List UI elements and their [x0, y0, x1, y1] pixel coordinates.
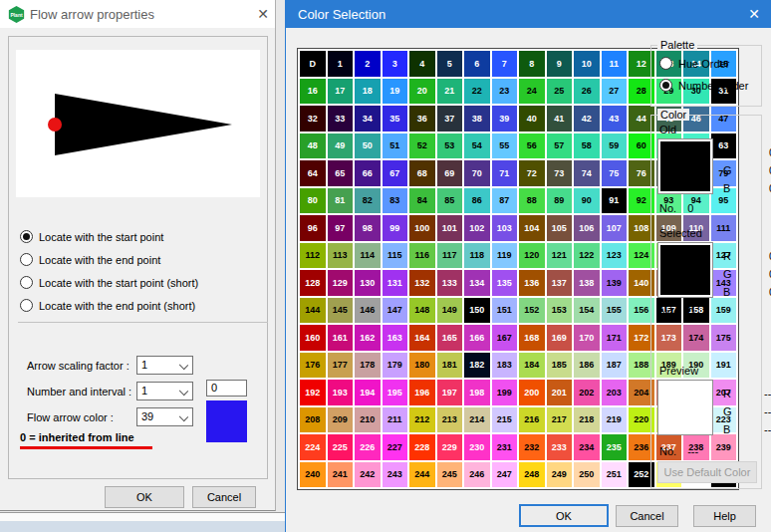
color-cell-194[interactable]: 194: [355, 380, 381, 405]
color-cell-102[interactable]: 102: [464, 215, 490, 241]
color-cell-101[interactable]: 101: [437, 215, 463, 241]
flow-arrow-color-combo[interactable]: 39: [136, 407, 193, 426]
color-cell-113[interactable]: 113: [328, 243, 354, 269]
color-cell-135[interactable]: 135: [492, 270, 518, 296]
color-cell-250[interactable]: 250: [574, 462, 600, 488]
color-cell-145[interactable]: 145: [328, 298, 354, 324]
color-cell-81[interactable]: 81: [328, 188, 354, 214]
radio-button-icon[interactable]: [659, 79, 672, 92]
color-cell-83[interactable]: 83: [383, 188, 408, 214]
color-cell-24[interactable]: 24: [519, 79, 545, 105]
color-cell-34[interactable]: 34: [355, 106, 381, 132]
color-cell-91[interactable]: 91: [602, 188, 628, 214]
color-cell-59[interactable]: 59: [602, 133, 628, 159]
interval-input[interactable]: 0: [206, 380, 247, 397]
color-cell-233[interactable]: 233: [547, 434, 573, 460]
color-cell-131[interactable]: 131: [383, 270, 408, 296]
color-cell-112[interactable]: 112: [300, 243, 326, 269]
color-cell-22[interactable]: 22: [464, 79, 490, 105]
color-cell-211[interactable]: 211: [383, 407, 408, 433]
color-cell-69[interactable]: 69: [437, 160, 463, 186]
color-cell-196[interactable]: 196: [409, 380, 435, 405]
radio-locate-end[interactable]: Locate with the end point: [20, 253, 249, 268]
color-cell-107[interactable]: 107: [602, 215, 628, 241]
color-cell-42[interactable]: 42: [574, 106, 600, 132]
color-cell-19[interactable]: 19: [383, 79, 408, 105]
color-cell-144[interactable]: 144: [300, 298, 326, 324]
color-cell-5[interactable]: 5: [437, 51, 463, 77]
color-cell-245[interactable]: 245: [437, 462, 463, 488]
ok-button[interactable]: OK: [519, 504, 609, 527]
color-cell-118[interactable]: 118: [464, 243, 490, 269]
color-cell-9[interactable]: 9: [547, 51, 573, 77]
color-cell-54[interactable]: 54: [464, 133, 490, 159]
color-selection-titlebar[interactable]: Color Selection ✕: [286, 0, 771, 28]
color-cell-65[interactable]: 65: [328, 160, 354, 186]
color-cell-128[interactable]: 128: [300, 270, 326, 296]
color-cell-176[interactable]: 176: [300, 353, 326, 379]
color-cell-106[interactable]: 106: [574, 215, 600, 241]
radio-button-icon[interactable]: [20, 253, 33, 266]
color-cell-163[interactable]: 163: [383, 325, 408, 351]
color-cell-89[interactable]: 89: [547, 188, 573, 214]
color-cell-104[interactable]: 104: [519, 215, 545, 241]
color-cell-27[interactable]: 27: [602, 79, 628, 105]
color-cell-138[interactable]: 138: [574, 270, 600, 296]
color-cell-98[interactable]: 98: [355, 215, 381, 241]
color-cell-160[interactable]: 160: [300, 325, 326, 351]
color-cell-53[interactable]: 53: [437, 133, 463, 159]
color-cell-74[interactable]: 74: [574, 160, 600, 186]
color-cell-49[interactable]: 49: [328, 133, 354, 159]
radio-button-icon[interactable]: [20, 276, 33, 289]
color-cell-247[interactable]: 247: [492, 462, 518, 488]
color-cell-153[interactable]: 153: [547, 298, 573, 324]
color-cell-148[interactable]: 148: [409, 298, 435, 324]
color-cell-229[interactable]: 229: [437, 434, 463, 460]
color-cell-16[interactable]: 16: [300, 79, 326, 105]
color-cell-234[interactable]: 234: [574, 434, 600, 460]
color-cell-52[interactable]: 52: [409, 133, 435, 159]
color-cell-38[interactable]: 38: [464, 106, 490, 132]
color-cell-185[interactable]: 185: [547, 353, 573, 379]
color-cell-231[interactable]: 231: [492, 434, 518, 460]
color-cell-122[interactable]: 122: [574, 243, 600, 269]
color-cell-198[interactable]: 198: [464, 380, 490, 405]
color-cell-248[interactable]: 248: [519, 462, 545, 488]
color-cell-82[interactable]: 82: [355, 188, 381, 214]
color-cell-164[interactable]: 164: [409, 325, 435, 351]
color-cell-197[interactable]: 197: [437, 380, 463, 405]
color-cell-182[interactable]: 182: [464, 353, 490, 379]
color-cell-123[interactable]: 123: [602, 243, 628, 269]
color-cell-73[interactable]: 73: [547, 160, 573, 186]
color-cell-114[interactable]: 114: [355, 243, 381, 269]
color-cell-171[interactable]: 171: [602, 325, 628, 351]
color-cell-85[interactable]: 85: [437, 188, 463, 214]
color-cell-67[interactable]: 67: [383, 160, 408, 186]
color-cell-167[interactable]: 167: [492, 325, 518, 351]
cancel-button[interactable]: Cancel: [192, 486, 256, 508]
color-cell-181[interactable]: 181: [437, 353, 463, 379]
color-cell-21[interactable]: 21: [437, 79, 463, 105]
color-cell-208[interactable]: 208: [300, 407, 326, 433]
color-cell-51[interactable]: 51: [383, 133, 408, 159]
color-cell-120[interactable]: 120: [519, 243, 545, 269]
color-cell-116[interactable]: 116: [409, 243, 435, 269]
color-cell-40[interactable]: 40: [519, 106, 545, 132]
color-cell-103[interactable]: 103: [492, 215, 518, 241]
color-cell-132[interactable]: 132: [409, 270, 435, 296]
color-cell-177[interactable]: 177: [328, 353, 354, 379]
color-cell-117[interactable]: 117: [437, 243, 463, 269]
radio-number-order[interactable]: Number Order: [659, 79, 759, 94]
color-cell-151[interactable]: 151: [492, 298, 518, 324]
color-cell-58[interactable]: 58: [574, 133, 600, 159]
close-icon[interactable]: ✕: [742, 4, 766, 24]
color-cell-214[interactable]: 214: [464, 407, 490, 433]
color-cell-11[interactable]: 11: [602, 51, 628, 77]
color-cell-20[interactable]: 20: [409, 79, 435, 105]
color-cell-228[interactable]: 228: [409, 434, 435, 460]
color-cell-178[interactable]: 178: [355, 353, 381, 379]
color-cell-133[interactable]: 133: [437, 270, 463, 296]
color-cell-2[interactable]: 2: [355, 51, 381, 77]
color-cell-216[interactable]: 216: [519, 407, 545, 433]
color-cell-4[interactable]: 4: [409, 51, 435, 77]
